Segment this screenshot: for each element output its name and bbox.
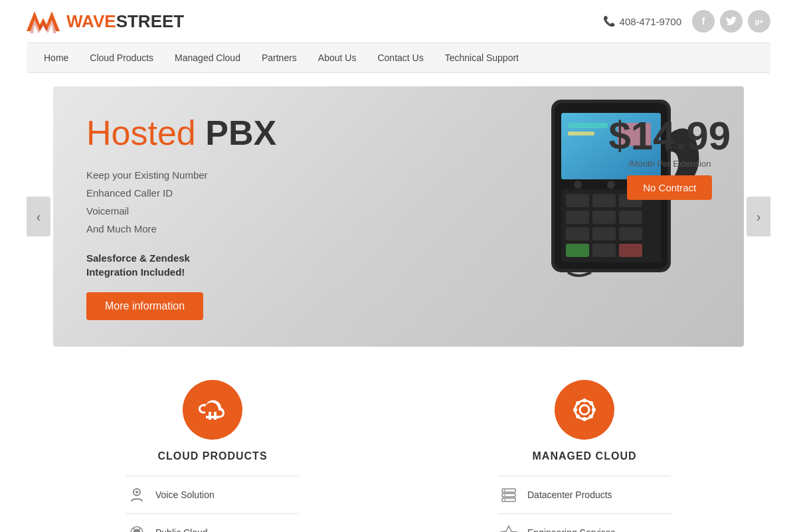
nav-link-support[interactable]: Technical Support: [434, 43, 529, 72]
svg-point-35: [580, 405, 589, 414]
google-plus-icon[interactable]: g+: [748, 10, 770, 33]
nav-link-about[interactable]: About Us: [308, 43, 367, 72]
carousel-prev-button[interactable]: ‹: [27, 197, 50, 236]
nav-item-contact[interactable]: Contact Us: [367, 43, 434, 72]
hero-salesforce: Salesforce & ZendeskIntegration Included…: [86, 251, 569, 279]
nav-link-contact[interactable]: Contact Us: [367, 43, 434, 72]
twitter-icon[interactable]: [720, 10, 743, 33]
svg-rect-27: [206, 416, 219, 418]
datacenter-label: Datacenter Products: [527, 489, 612, 500]
engineering-label: Engineering Services: [527, 527, 615, 532]
nav-item-home[interactable]: Home: [33, 43, 79, 72]
svg-point-49: [504, 499, 505, 501]
services-section: CLOUD PRODUCTS Voice Solution: [0, 360, 797, 532]
managed-cloud-icon: [568, 393, 601, 426]
cloud-products-list: Voice Solution Public Cloud: [126, 476, 299, 532]
logo-icon: [27, 8, 60, 35]
list-item[interactable]: Datacenter Products: [498, 476, 671, 514]
nav-list: Home Cloud Products Managed Cloud Partne…: [27, 43, 770, 72]
phone-icon: 📞: [603, 15, 616, 27]
cloud-products-icon: [196, 393, 229, 426]
public-cloud-icon: [126, 522, 147, 532]
phone-number: 📞 408-471-9700: [603, 15, 681, 27]
list-item[interactable]: Public Cloud: [126, 514, 299, 532]
hero-wrapper: ‹ Hosted PBX Keep your Existing Number E…: [27, 86, 770, 347]
hero-features: Keep your Existing Number Enhanced Calle…: [86, 166, 569, 238]
logo-street: STREET: [116, 11, 185, 31]
navigation: Home Cloud Products Managed Cloud Partne…: [27, 43, 770, 73]
logo: WAVESTREET: [27, 8, 184, 35]
header: WAVESTREET 📞 408-471-9700 f g+: [0, 0, 797, 43]
list-item[interactable]: Engineering Services: [498, 514, 671, 532]
svg-point-42: [589, 401, 593, 405]
more-info-button[interactable]: More information: [86, 292, 203, 320]
svg-point-43: [576, 414, 580, 418]
nav-item-cloud-products[interactable]: Cloud Products: [79, 43, 164, 72]
cloud-products-title: CLOUD PRODUCTS: [157, 450, 267, 462]
hero-title: Hosted PBX: [86, 113, 569, 153]
hero-content: Hosted PBX Keep your Existing Number Enh…: [53, 86, 595, 347]
cloud-products-icon-circle: [183, 380, 242, 440]
managed-cloud-icon-circle: [555, 380, 614, 440]
svg-point-36: [582, 399, 586, 402]
logo-wave: WAVE: [66, 11, 116, 31]
carousel-next-button[interactable]: ›: [747, 197, 770, 236]
hero-title-bold: PBX: [205, 114, 276, 152]
engineering-icon: [498, 522, 519, 532]
nav-item-managed-cloud[interactable]: Managed Cloud: [164, 43, 251, 72]
social-icons: f g+: [692, 10, 770, 33]
hero-banner: Hosted PBX Keep your Existing Number Enh…: [53, 86, 744, 347]
nav-item-about[interactable]: About Us: [308, 43, 367, 72]
hero-price-amount: $14.99: [608, 113, 731, 159]
list-item[interactable]: Voice Solution: [126, 476, 299, 514]
nav-item-partners[interactable]: Partners: [251, 43, 308, 72]
facebook-icon[interactable]: f: [692, 10, 715, 33]
voice-solution-label: Voice Solution: [155, 489, 215, 500]
nav-link-home[interactable]: Home: [33, 43, 79, 72]
nav-item-support[interactable]: Technical Support: [434, 43, 529, 72]
svg-point-40: [576, 401, 580, 405]
svg-point-48: [504, 495, 505, 496]
hero-price-sub: /Month Per Extension: [608, 159, 731, 169]
hero-price-block: $14.99 /Month Per Extension No Contract: [595, 86, 744, 347]
managed-cloud-section: MANAGED CLOUD Datacenter Products: [398, 380, 770, 532]
nav-link-managed-cloud[interactable]: Managed Cloud: [164, 43, 251, 72]
hero-title-colored: Hosted: [86, 114, 205, 152]
managed-cloud-list: Datacenter Products Engineering Services: [498, 476, 671, 532]
public-cloud-label: Public Cloud: [155, 527, 208, 532]
svg-point-38: [573, 408, 577, 412]
header-right: 📞 408-471-9700 f g+: [603, 10, 770, 33]
nav-link-cloud-products[interactable]: Cloud Products: [79, 43, 164, 72]
cloud-products-section: CLOUD PRODUCTS Voice Solution: [27, 380, 398, 532]
svg-point-41: [589, 414, 593, 418]
svg-point-29: [135, 491, 138, 493]
svg-marker-1: [30, 20, 56, 33]
logo-wordmark: WAVESTREET: [66, 11, 184, 32]
managed-cloud-title: MANAGED CLOUD: [533, 450, 637, 462]
no-contract-button[interactable]: No Contract: [627, 175, 712, 200]
svg-point-47: [504, 490, 505, 491]
voice-solution-icon: [126, 484, 147, 505]
datacenter-icon: [498, 484, 519, 505]
svg-point-39: [592, 408, 596, 412]
nav-link-partners[interactable]: Partners: [251, 43, 308, 72]
svg-point-37: [582, 417, 586, 421]
